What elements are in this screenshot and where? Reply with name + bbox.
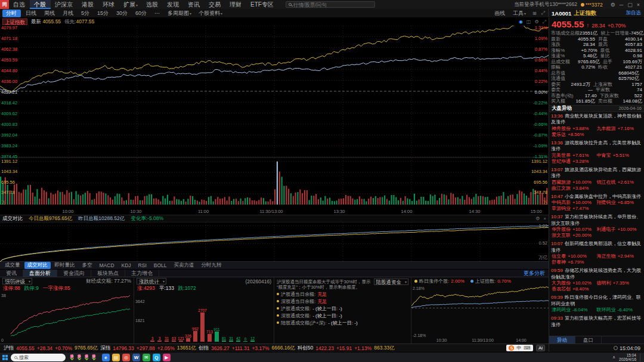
analysis-tab[interactable]: 资讯 <box>0 270 23 277</box>
market-alert-item[interactable]: 09:39昨日涨停股今日分化，津药药业、联环药业走弱 津药药业-8.04% 联环… <box>549 293 644 314</box>
period-tab[interactable]: 分时 <box>2 10 21 17</box>
indicator-tab[interactable]: 多空 <box>79 262 95 269</box>
strength-chart[interactable]: 38 0 <box>0 292 134 344</box>
indicator-tab[interactable]: RSI <box>135 262 150 268</box>
indicator-tab[interactable]: MACD <box>97 262 117 268</box>
taskbar-app-icon[interactable]: ▶ <box>163 354 171 361</box>
expand-icon[interactable]: ⤢ <box>540 10 547 16</box>
search-input[interactable] <box>293 2 372 8</box>
more-analysis-link[interactable]: 更多分析 <box>524 270 549 277</box>
menu-item[interactable]: 选股 <box>142 0 163 9</box>
menu-item[interactable]: ETF专区 <box>246 0 278 9</box>
menu-item[interactable]: 环球 <box>98 0 119 9</box>
alert-stock[interactable]: 大为股份+10.02% <box>552 280 597 286</box>
gear-icon[interactable]: ⚙ <box>534 19 538 25</box>
indicator-tab[interactable]: 分时九转 <box>199 262 225 269</box>
analysis-tab[interactable]: 板块热点 <box>91 270 125 277</box>
period-tab[interactable]: 个股资料▾ <box>195 10 226 17</box>
alert-stock[interactable]: 九丰能源+7.16% <box>597 126 642 132</box>
updown-bar-chart[interactable]: 3642 1821 333163121326992270771391181314… <box>134 292 274 344</box>
taskbar-app-icon[interactable]: ✉ <box>143 354 150 361</box>
limitup-chart[interactable]: 2.18% -2.18% 10:30 11:30/13:00 14:00 <box>411 285 549 344</box>
indicator-tab[interactable]: 成交对比 <box>24 262 51 269</box>
market-alert-item[interactable]: 13:36商业航天板块反复活跃，神舟股份触及涨停 神舟股份+3.88% 九丰能源… <box>549 112 644 139</box>
alert-stock[interactable]: 海正生物+2.94% <box>597 253 642 259</box>
market-alert-item[interactable]: 09:33算力租赁板块大幅高开，宏景科技等涨停 <box>549 314 644 329</box>
maximize-icon[interactable]: ▢ <box>627 2 633 8</box>
alert-stock[interactable]: 德明利+7.35% <box>597 280 642 286</box>
analysis-tab[interactable]: 资金流向 <box>57 270 91 277</box>
alert-stock[interactable]: 神舟股份+3.88% <box>552 126 597 132</box>
ime-bar[interactable]: S 中 ⌨ <box>506 345 533 351</box>
market-alert-item[interactable]: 13:36游戏股板块拉升走高，完美世界触及涨停 完美世界+7.61% 中青宝+5… <box>549 139 644 166</box>
index-quote[interactable]: 科创50 1422.23 +15.91 +1.13% 863.33亿 <box>298 345 397 352</box>
alert-stock[interactable]: 利通电子+10.00% <box>597 227 642 233</box>
alert-stock[interactable]: 锦江在线+2.61% <box>597 180 642 185</box>
intraday-chart[interactable]: 4079.974071.184062.384053.594044.804036.… <box>0 26 549 208</box>
camera-icon[interactable]: ◫ <box>527 19 531 25</box>
indicator-tab[interactable]: 成交量 <box>2 262 23 269</box>
indicator-tab[interactable]: KDJ <box>119 262 134 268</box>
taskbar-app-icon[interactable]: ◎ <box>122 354 130 361</box>
show-desktop-button[interactable] <box>640 354 642 361</box>
alert-stock[interactable]: 爱乐达+8.56% <box>552 132 597 138</box>
period-tab[interactable]: ⋯ <box>151 10 164 17</box>
gear-icon[interactable]: ⚙ <box>535 216 540 221</box>
toolbar-tool-button[interactable]: 画线 <box>491 10 509 17</box>
updown-dropdown[interactable]: 涨跌统计 <box>137 278 166 284</box>
alert-stock[interactable]: 华升股份+10.07% <box>552 227 597 233</box>
alert-stock[interactable]: 舒泰神+6.79% <box>552 259 597 265</box>
taskbar-app-icon[interactable]: W <box>132 354 140 361</box>
taskbar-app-icon[interactable]: e <box>102 354 110 361</box>
indicator-tab[interactable]: BOLL <box>151 262 170 268</box>
taskbar-app-icon[interactable]: Q <box>153 354 160 361</box>
alert-stock[interactable]: 章源钨业+7.47% <box>552 206 597 212</box>
widget-flower-icons[interactable]: 🌷🌷🌷🌷 <box>69 354 98 360</box>
period-tab[interactable]: 15分 <box>94 10 113 17</box>
alert-stock[interactable]: 西藏旅游+10.00% <box>552 180 597 185</box>
strength-rating-dropdown[interactable]: 强弱评级 <box>2 278 32 284</box>
menu-item[interactable]: 沪深京 <box>51 0 78 9</box>
grid-layout-icon[interactable]: ⊞ <box>531 11 538 16</box>
market-alert-item[interactable]: 10:47小金属板块盘中拉升，中钨高新涨停 中钨高新+10.00% 翔鹭钨业+6… <box>549 193 644 214</box>
menu-item[interactable]: 扩展▾ <box>119 0 142 9</box>
period-tab[interactable]: 60分 <box>132 10 151 17</box>
market-alert-item[interactable]: 09:59存储芯片板块延续强势走高，大为股份触及涨停 大为股份+10.02% 德… <box>549 267 644 293</box>
minimize-icon[interactable]: ─ <box>620 2 623 8</box>
menu-item[interactable]: 交易 <box>205 0 225 9</box>
index-quote[interactable]: 创指 3626.27 +111.31 +3.17% 6666.16亿 <box>199 345 298 352</box>
tray-chevron-icon[interactable]: ∧ <box>612 355 615 360</box>
alert-stock[interactable]: 浙文互联+20.00% <box>552 233 597 239</box>
menu-item[interactable]: 个股 <box>30 0 51 9</box>
alert-stock[interactable]: 中钨高新+10.00% <box>552 200 597 206</box>
taskbar-app-icon[interactable]: ▤ <box>112 354 120 361</box>
market-alert-item[interactable]: 10:07创新药概念股局部活跃，信立泰触及涨停 信立泰+10.00% 海正生物+… <box>549 240 644 267</box>
alert-stock[interactable]: 联环药业-6.40% <box>597 307 642 313</box>
app-logo-icon[interactable]: 同 <box>0 0 9 9</box>
alert-stock[interactable]: 香农芯创+8.40% <box>552 286 597 292</box>
close-icon[interactable]: × <box>543 216 546 221</box>
ai-assistant-button[interactable]: Ai <box>536 345 545 351</box>
market-alert-item[interactable]: 10:37算力租赁板块持续走高，华升股份、浙文互联涨停 华升股份+10.07% … <box>549 213 644 240</box>
toolbar-tool-button[interactable]: 工具▾ <box>509 10 530 17</box>
alert-stock[interactable]: 翔鹭钨业+6.85% <box>597 200 642 206</box>
account-badge[interactable]: ***3372 <box>581 2 603 8</box>
quote-panel-tab[interactable]: 盘口 <box>575 336 602 344</box>
analysis-tab[interactable]: 主力增仓 <box>125 270 159 277</box>
period-tab[interactable]: 多周期图▾ <box>164 10 195 17</box>
intraday-chart-svg[interactable] <box>0 26 549 208</box>
menu-item[interactable]: 发现 <box>163 0 184 9</box>
taskbar-clock[interactable]: 15:04 2026/4/16 <box>619 353 636 361</box>
menu-item[interactable]: 港股 <box>78 0 98 9</box>
period-tab[interactable]: 30分 <box>113 10 132 17</box>
indicator-tab[interactable]: 买卖力道 <box>171 262 197 269</box>
period-tab[interactable]: 周线 <box>41 10 59 17</box>
info-icon[interactable]: ◉ <box>519 19 523 25</box>
start-button[interactable] <box>2 355 8 360</box>
period-tab[interactable]: 日线 <box>22 10 41 17</box>
close-icon[interactable]: × <box>637 2 640 8</box>
index-quote[interactable]: 沪指 4055.55 +28.34 +0.70% 9765.65亿 <box>4 345 100 352</box>
alert-stock[interactable]: 完美世界+7.61% <box>552 153 597 159</box>
period-tab[interactable]: 月线 <box>59 10 78 17</box>
keyboard-icon[interactable]: ⌨ <box>524 345 531 351</box>
